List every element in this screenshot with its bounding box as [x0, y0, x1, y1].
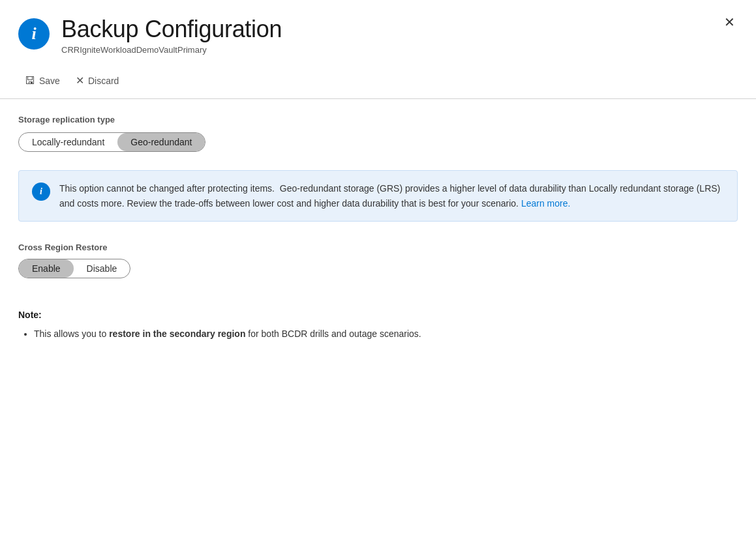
backup-configuration-dialog: i Backup Configuration CRRIgniteWorkload…: [0, 0, 756, 541]
discard-label: Discard: [88, 76, 119, 86]
note-bold-text: restore in the secondary region: [109, 329, 245, 339]
discard-button[interactable]: ✕ Discard: [69, 70, 125, 91]
cross-region-restore-toggle-group: Enable Disable: [18, 259, 130, 278]
dialog-title: Backup Configuration: [61, 16, 738, 42]
toolbar: 🖫 Save ✕ Discard: [0, 65, 756, 98]
note-section: Note: This allows you to restore in the …: [18, 310, 738, 341]
learn-more-link[interactable]: Learn more.: [521, 198, 570, 209]
cross-region-restore-label: Cross Region Restore: [18, 242, 738, 252]
toggle-disable[interactable]: Disable: [74, 259, 130, 278]
close-button[interactable]: ✕: [719, 13, 740, 31]
toggle-enable[interactable]: Enable: [19, 259, 74, 278]
info-box: i This option cannot be changed after pr…: [18, 170, 738, 222]
note-list: This allows you to restore in the second…: [18, 327, 738, 341]
info-box-text-content: This option cannot be changed after prot…: [59, 183, 720, 208]
save-label: Save: [39, 76, 60, 86]
info-box-icon: i: [32, 183, 50, 201]
save-button[interactable]: 🖫 Save: [18, 71, 67, 91]
save-icon: 🖫: [25, 75, 35, 87]
storage-replication-label: Storage replication type: [18, 115, 738, 124]
storage-replication-section: Storage replication type Locally-redunda…: [18, 115, 738, 170]
storage-replication-toggle-group: Locally-redundant Geo-redundant: [18, 132, 205, 152]
dialog-header: i Backup Configuration CRRIgniteWorkload…: [0, 0, 756, 65]
discard-icon: ✕: [76, 74, 84, 87]
list-item: This allows you to restore in the second…: [34, 327, 738, 341]
info-icon-large: i: [18, 18, 50, 50]
note-text-before: This allows you to: [34, 329, 109, 339]
info-box-text: This option cannot be changed after prot…: [59, 181, 724, 211]
main-content: Storage replication type Locally-redunda…: [0, 99, 756, 357]
note-text-after: for both BCDR drills and outage scenario…: [245, 329, 421, 339]
dialog-subtitle: CRRIgniteWorkloadDemoVaultPrimary: [61, 45, 738, 55]
toggle-geo-redundant[interactable]: Geo-redundant: [117, 133, 205, 151]
note-title: Note:: [18, 310, 738, 320]
cross-region-restore-section: Cross Region Restore Enable Disable: [18, 242, 738, 297]
toggle-locally-redundant[interactable]: Locally-redundant: [19, 133, 117, 151]
header-text: Backup Configuration CRRIgniteWorkloadDe…: [61, 16, 738, 55]
